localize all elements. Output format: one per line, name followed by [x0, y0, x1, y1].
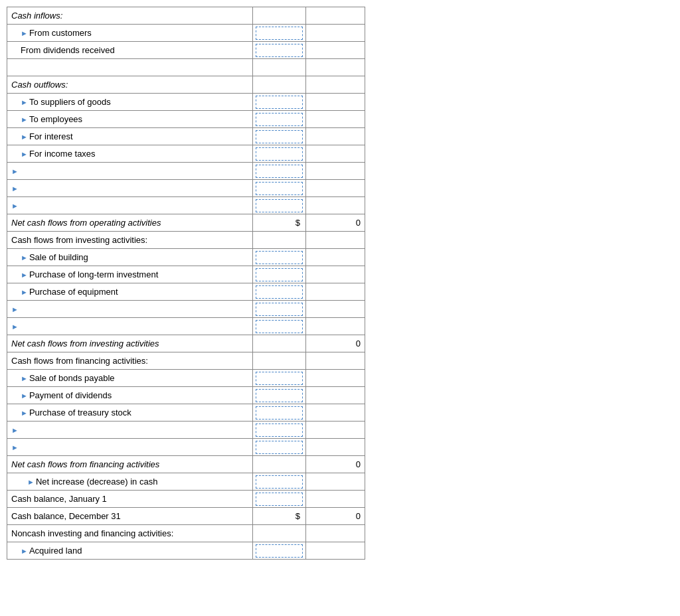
col1-header: [253, 7, 306, 24]
purchase-lt-investment-label: ► Purchase of long-term investment: [7, 266, 253, 283]
for-interest-label: ► For interest: [7, 128, 253, 145]
blank-arrow-input-3[interactable]: [256, 199, 303, 212]
blank-arrow-row-1: ►: [7, 163, 365, 180]
from-customers-col1[interactable]: [253, 25, 306, 41]
blank-label-1: [7, 59, 253, 76]
blank-arrow-col1-1[interactable]: [253, 163, 306, 179]
from-dividends-col1[interactable]: [253, 42, 306, 58]
net-increase-input[interactable]: [256, 475, 303, 489]
blank-arrow-col1-2[interactable]: [253, 180, 306, 196]
sale-building-col2: [306, 249, 366, 266]
acquired-land-col1[interactable]: [253, 542, 306, 559]
sale-bonds-row: ► Sale of bonds payable: [7, 370, 365, 387]
sale-bonds-input[interactable]: [256, 372, 303, 385]
blank-arrow-col2-6: [306, 422, 366, 438]
blank-arrow-2: ►: [11, 185, 19, 193]
cash-dec31-dollar-sign: $: [296, 511, 300, 521]
purchase-lt-input[interactable]: [256, 268, 303, 281]
purchase-lt-col1[interactable]: [253, 266, 306, 283]
sale-building-input[interactable]: [256, 251, 303, 264]
net-operating-dollar: $: [256, 218, 303, 228]
blank-arrow-input-7[interactable]: [256, 441, 303, 454]
purchase-treasury-arrow: ►: [21, 409, 28, 417]
sale-bonds-arrow: ►: [21, 374, 28, 382]
from-dividends-row: From dividends received: [7, 42, 365, 59]
for-interest-input[interactable]: [256, 130, 303, 143]
net-increase-label: ► Net increase (decrease) in cash: [7, 473, 253, 490]
financing-header-row: Cash flows from financing activities:: [7, 352, 365, 370]
financing-header-label: Cash flows from financing activities:: [7, 352, 253, 369]
purchase-equipment-col2: [306, 283, 366, 300]
net-financing-label: Net cash flows from financing activities: [7, 456, 253, 473]
net-increase-row: ► Net increase (decrease) in cash: [7, 473, 365, 491]
from-dividends-input[interactable]: [256, 44, 303, 57]
net-increase-col1[interactable]: [253, 473, 306, 490]
purchase-lt-investment-row: ► Purchase of long-term investment: [7, 266, 365, 283]
sale-bonds-col1[interactable]: [253, 370, 306, 386]
net-investing-col1: [253, 335, 306, 352]
blank-arrow-row-2: ►: [7, 180, 365, 197]
for-interest-col1[interactable]: [253, 128, 306, 145]
col2-header: [306, 7, 366, 24]
purchase-equipment-input[interactable]: [256, 285, 303, 299]
purchase-treasury-col1[interactable]: [253, 404, 306, 421]
blank-arrow-7: ►: [11, 443, 19, 451]
blank-arrow-row-3: ►: [7, 197, 365, 214]
investing-header-label: Cash flows from investing activities:: [7, 232, 253, 248]
blank-arrow-col2-7: [306, 439, 366, 455]
payment-dividends-row: ► Payment of dividends: [7, 387, 365, 404]
purchase-treasury-col2: [306, 404, 366, 421]
from-customers-row: ► From customers: [7, 25, 365, 42]
blank-arrow-input-1[interactable]: [256, 165, 303, 178]
blank-arrow-input-5[interactable]: [256, 320, 303, 333]
blank-arrow-row-4: ►: [7, 301, 365, 318]
from-customers-arrow: ►: [21, 29, 28, 37]
purchase-treasury-input[interactable]: [256, 406, 303, 420]
for-income-taxes-arrow: ►: [21, 150, 28, 158]
blank-arrow-3: ►: [11, 202, 19, 210]
blank-arrow-input-4[interactable]: [256, 303, 303, 316]
for-income-taxes-input[interactable]: [256, 147, 303, 161]
blank-arrow-label-2: ►: [7, 180, 253, 196]
noncash-header-col1: [253, 525, 306, 542]
cash-outflows-header-row: Cash outflows:: [7, 76, 365, 94]
blank-arrow-row-6: ►: [7, 422, 365, 439]
purchase-equipment-arrow: ►: [21, 288, 28, 296]
blank-arrow-input-6[interactable]: [256, 424, 303, 437]
cash-jan1-input[interactable]: [256, 493, 303, 506]
cash-jan1-col1[interactable]: [253, 491, 306, 507]
blank-arrow-col1-6[interactable]: [253, 422, 306, 438]
payment-dividends-col1[interactable]: [253, 387, 306, 404]
to-employees-col1[interactable]: [253, 111, 306, 127]
sale-building-row: ► Sale of building: [7, 249, 365, 266]
from-dividends-label: From dividends received: [7, 42, 253, 58]
payment-dividends-col2: [306, 387, 366, 404]
blank-arrow-1: ►: [11, 167, 19, 175]
blank-arrow-col1-7[interactable]: [253, 439, 306, 455]
blank-arrow-input-2[interactable]: [256, 182, 303, 195]
acquired-land-input[interactable]: [256, 544, 303, 558]
cash-dec31-label: Cash balance, December 31: [7, 508, 253, 524]
blank-arrow-label-1: ►: [7, 163, 253, 179]
from-customers-input[interactable]: [256, 27, 303, 40]
net-operating-label: Net cash flows from operating activities: [7, 214, 253, 231]
purchase-equipment-col1[interactable]: [253, 283, 306, 300]
to-suppliers-input[interactable]: [256, 96, 303, 109]
financing-header-col2: [306, 352, 366, 369]
blank-row-1: [7, 59, 365, 76]
for-income-taxes-col1[interactable]: [253, 145, 306, 162]
net-financing-col1: [253, 456, 306, 473]
net-investing-col2: 0: [306, 335, 366, 352]
blank-arrow-5: ►: [11, 323, 19, 331]
payment-dividends-input[interactable]: [256, 389, 303, 402]
to-employees-input[interactable]: [256, 113, 303, 126]
blank-arrow-col1-4[interactable]: [253, 301, 306, 317]
blank-arrow-col1-5[interactable]: [253, 318, 306, 335]
purchase-treasury-row: ► Purchase of treasury stock: [7, 404, 365, 422]
sale-building-col1[interactable]: [253, 249, 306, 266]
to-employees-row: ► To employees: [7, 111, 365, 128]
to-suppliers-col1[interactable]: [253, 94, 306, 110]
blank-arrow-col1-3[interactable]: [253, 197, 306, 214]
net-investing-row: Net cash flows from investing activities…: [7, 335, 365, 352]
for-interest-arrow: ►: [21, 133, 28, 141]
